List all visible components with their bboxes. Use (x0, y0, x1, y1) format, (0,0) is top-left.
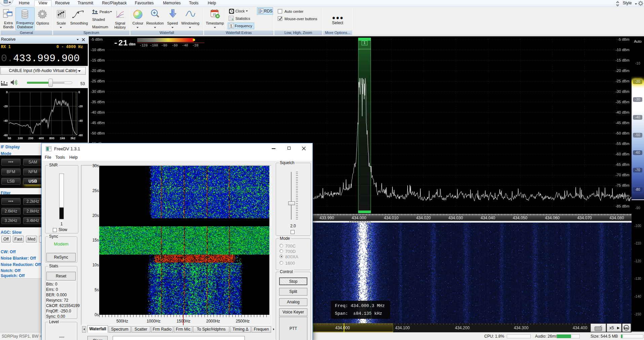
svg-text:9: 9 (232, 18, 233, 21)
svg-text:15: 15 (213, 13, 216, 16)
